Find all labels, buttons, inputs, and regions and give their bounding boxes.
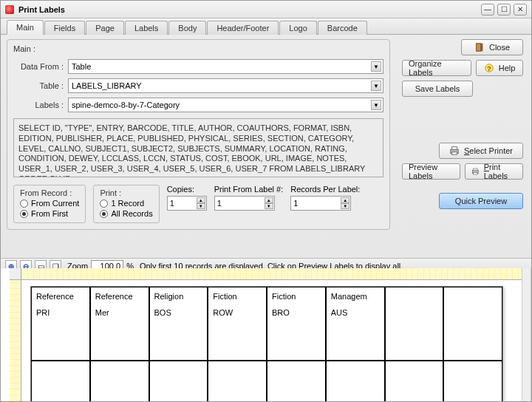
tab-barcode[interactable]: Barcode: [318, 21, 367, 35]
records-per-value: 1: [293, 199, 298, 208]
main-groupbox: Main : Data From : Table ▼ Table : LABEL…: [7, 39, 390, 230]
label-cell: [149, 361, 208, 401]
horizontal-ruler: [21, 268, 522, 280]
label-cell: [385, 361, 444, 401]
print-scope-group: Print : 1 Record All Records: [93, 185, 159, 223]
label-cell: [326, 361, 385, 401]
save-labels-button[interactable]: Save Labels: [402, 81, 473, 97]
spinner-buttons[interactable]: ▲▼: [341, 197, 349, 209]
from-current-label: From Current: [31, 199, 79, 208]
tab-body[interactable]: Body: [168, 21, 206, 35]
spinner-buttons[interactable]: ▲▼: [197, 197, 205, 209]
label-cell: [31, 361, 90, 401]
from-record-group: From Record : From Current From First: [13, 185, 86, 223]
from-first-label: From First: [31, 209, 68, 218]
print-from-label-label: Print From Label #:: [214, 185, 284, 194]
label-cell: FictionBRO: [267, 287, 326, 361]
app-icon: [5, 5, 14, 14]
preview-area: ReferencePRIReferenceMerReligionBOSFicti…: [1, 268, 531, 401]
tab-page[interactable]: Page: [86, 21, 124, 35]
labels-label: Labels :: [13, 100, 68, 109]
tab-logo[interactable]: Logo: [279, 21, 316, 35]
label-cell: [385, 287, 444, 361]
label-cell: FictionROW: [208, 287, 267, 361]
from-record-label: From Record :: [20, 188, 79, 197]
chevron-down-icon: ▼: [371, 61, 381, 72]
window-buttons: — ☐ ✕: [481, 4, 527, 16]
close-label: Close: [489, 43, 510, 52]
label-cell: [90, 361, 149, 401]
organize-label: Organize Labels: [409, 59, 465, 77]
labels-value: spine-demco-8-by-7-Category: [72, 100, 180, 109]
spinner-buttons[interactable]: ▲▼: [265, 197, 273, 209]
label-cell: ReligionBOS: [149, 287, 208, 361]
radio-from-current[interactable]: [20, 200, 28, 208]
records-per-spinner[interactable]: 1 ▲▼: [290, 196, 351, 211]
sql-text: SELECT ID, "TYPE", ENTRY, BARCODE, TITLE…: [13, 118, 383, 177]
labels-combo[interactable]: spine-demco-8-by-7-Category ▼: [68, 98, 383, 112]
print-labels-button[interactable]: Print Labels: [465, 163, 523, 180]
select-printer-button[interactable]: Select Printer: [439, 143, 523, 159]
label-cell: [208, 361, 267, 401]
preview-labels-button[interactable]: Preview Labels: [402, 163, 460, 180]
ruler-corner: [10, 268, 21, 280]
copies-value: 1: [170, 199, 174, 208]
print-from-value: 1: [217, 199, 222, 208]
vertical-scrollbar[interactable]: [522, 268, 531, 401]
data-from-value: Table: [72, 62, 91, 71]
organize-labels-button[interactable]: Organize Labels: [402, 60, 471, 76]
chevron-down-icon: ▼: [371, 100, 381, 110]
svg-text:?: ?: [487, 64, 491, 72]
table-label: Table :: [13, 81, 68, 90]
quick-preview-label: Quick Preview: [455, 197, 507, 205]
table-value: LABELS_LIBRARY: [72, 81, 142, 90]
table-combo[interactable]: LABELS_LIBRARY ▼: [68, 78, 383, 93]
window-title: Print Labels: [18, 5, 481, 14]
label-cell: ReferenceMer: [90, 287, 149, 361]
tab-labels[interactable]: Labels: [125, 21, 168, 35]
svg-rect-5: [451, 147, 457, 150]
radio-from-first[interactable]: [20, 210, 28, 218]
svg-rect-6: [451, 152, 457, 155]
label-page: ReferencePRIReferenceMerReligionBOSFicti…: [30, 286, 503, 401]
quick-preview-button[interactable]: Quick Preview: [439, 193, 523, 209]
tab-strip: Main Fields Page Labels Body Header/Foot…: [1, 18, 531, 35]
tab-header-footer[interactable]: Header/Footer: [207, 21, 279, 35]
door-icon: [474, 42, 485, 52]
label-cell: [443, 287, 502, 361]
tab-main[interactable]: Main: [7, 20, 44, 35]
data-from-label: Data From :: [13, 62, 68, 71]
print-scope-label: Print :: [100, 188, 152, 197]
help-label: Help: [499, 64, 516, 72]
svg-rect-0: [477, 44, 481, 52]
one-record-label: 1 Record: [111, 199, 144, 208]
print-from-spinner[interactable]: 1 ▲▼: [214, 196, 275, 211]
minimize-button[interactable]: —: [481, 4, 494, 16]
help-button[interactable]: ? Help: [476, 60, 523, 76]
printer-icon: [449, 146, 460, 156]
label-grid: ReferencePRIReferenceMerReligionBOSFicti…: [31, 287, 502, 401]
all-records-label: All Records: [111, 209, 152, 218]
data-from-combo[interactable]: Table ▼: [68, 59, 383, 74]
label-cell: ReferencePRI: [31, 287, 90, 361]
radio-all-records[interactable]: [100, 210, 108, 218]
preview-label: Preview Labels: [409, 163, 454, 180]
close-window-button[interactable]: ✕: [514, 4, 527, 16]
records-per-label-label: Records Per Label:: [290, 185, 360, 194]
radio-one-record[interactable]: [100, 200, 108, 208]
titlebar: Print Labels — ☐ ✕: [1, 1, 531, 18]
print-labels-window: Print Labels — ☐ ✕ Main Fields Page Labe…: [0, 0, 532, 402]
chevron-down-icon: ▼: [371, 81, 381, 91]
printer-icon: [471, 166, 480, 177]
options-row: From Record : From Current From First Pr…: [13, 185, 383, 223]
print-labels-label: Print Labels: [484, 163, 516, 180]
svg-rect-8: [474, 168, 477, 171]
close-button[interactable]: Close: [461, 39, 523, 55]
tab-fields[interactable]: Fields: [44, 21, 85, 35]
svg-rect-9: [474, 172, 477, 174]
maximize-button[interactable]: ☐: [497, 4, 511, 16]
copies-spinner[interactable]: 1 ▲▼: [167, 196, 207, 211]
svg-rect-1: [481, 44, 483, 52]
label-cell: [267, 361, 326, 401]
label-cell: [443, 361, 502, 401]
